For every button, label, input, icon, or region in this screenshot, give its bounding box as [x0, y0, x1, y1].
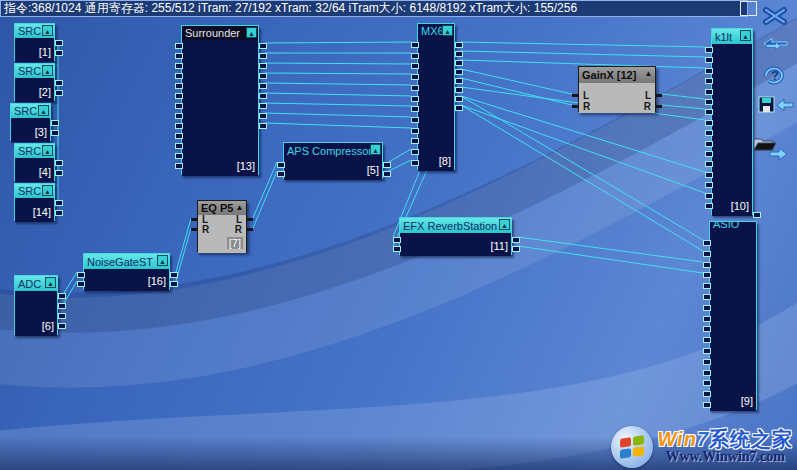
- block-body[interactable]: [712, 44, 752, 216]
- right-pin[interactable]: [259, 43, 267, 49]
- collapse-button[interactable]: ▲: [42, 185, 53, 196]
- right-pin[interactable]: [55, 80, 63, 86]
- block-eq-p5[interactable]: EQ P5▲[7]LRLR: [197, 200, 247, 252]
- help-icon[interactable]: ?: [762, 64, 790, 90]
- right-pin[interactable]: [259, 83, 267, 89]
- block-titlebar[interactable]: GainX [12]▲: [579, 67, 655, 83]
- block-titlebar[interactable]: k1lt▲: [712, 29, 752, 44]
- right-pin[interactable]: [55, 40, 63, 46]
- left-pin[interactable]: [191, 228, 197, 231]
- right-pin[interactable]: [51, 130, 59, 136]
- left-pin[interactable]: [175, 43, 183, 49]
- right-pin[interactable]: [455, 42, 463, 48]
- right-pin[interactable]: [455, 51, 463, 57]
- left-pin[interactable]: [705, 57, 713, 63]
- block-titlebar[interactable]: SRC▲: [15, 184, 54, 198]
- left-pin[interactable]: [703, 272, 711, 278]
- left-pin[interactable]: [703, 305, 711, 311]
- left-pin[interactable]: [705, 68, 713, 74]
- left-pin[interactable]: [705, 151, 713, 157]
- right-pin[interactable]: [259, 63, 267, 69]
- block-titlebar[interactable]: APS Compressor▲: [284, 143, 382, 158]
- left-pin[interactable]: [77, 272, 85, 278]
- block-aps-compressor[interactable]: APS Compressor▲[5]: [283, 142, 383, 179]
- left-pin[interactable]: [705, 89, 713, 95]
- left-pin[interactable]: [411, 128, 419, 134]
- left-pin[interactable]: [411, 63, 419, 69]
- left-pin[interactable]: [572, 105, 578, 108]
- block-titlebar[interactable]: SRC▲: [11, 104, 50, 118]
- right-pin[interactable]: [247, 228, 253, 231]
- left-pin[interactable]: [705, 203, 713, 209]
- collapse-button[interactable]: ▲: [499, 219, 510, 230]
- left-pin[interactable]: [77, 281, 85, 287]
- right-pin[interactable]: [55, 200, 63, 206]
- left-pin[interactable]: [703, 402, 711, 408]
- left-pin[interactable]: [411, 85, 419, 91]
- block-titlebar[interactable]: MX6▲: [418, 24, 454, 38]
- block-mx6[interactable]: MX6▲[8]: [417, 23, 455, 170]
- left-pin[interactable]: [175, 123, 183, 129]
- block-titlebar[interactable]: EQ P5▲: [198, 201, 246, 215]
- right-pin[interactable]: [58, 303, 66, 309]
- left-pin[interactable]: [703, 316, 711, 322]
- left-pin[interactable]: [411, 106, 419, 112]
- right-pin[interactable]: [753, 212, 761, 218]
- right-pin[interactable]: [455, 69, 463, 75]
- right-pin[interactable]: [455, 105, 463, 111]
- left-pin[interactable]: [411, 74, 419, 80]
- right-pin[interactable]: [247, 218, 253, 221]
- left-pin[interactable]: [703, 348, 711, 354]
- right-pin[interactable]: [455, 96, 463, 102]
- right-pin[interactable]: [656, 105, 662, 108]
- left-pin[interactable]: [572, 94, 578, 97]
- block-k1lt[interactable]: k1lt▲[10]: [711, 28, 753, 215]
- left-pin[interactable]: [175, 153, 183, 159]
- collapse-button[interactable]: ▲: [45, 277, 56, 288]
- collapse-button[interactable]: ▲: [442, 25, 453, 36]
- left-pin[interactable]: [703, 391, 711, 397]
- left-pin[interactable]: [705, 120, 713, 126]
- block-noisegatest[interactable]: NoiseGateST▲[16]: [83, 253, 170, 290]
- left-pin[interactable]: [175, 133, 183, 139]
- right-pin[interactable]: [170, 272, 178, 278]
- collapse-button[interactable]: ▲: [370, 144, 381, 155]
- block-src-14[interactable]: SRC▲[14]: [14, 183, 55, 221]
- right-pin[interactable]: [55, 210, 63, 216]
- left-pin[interactable]: [703, 240, 711, 246]
- close-icon[interactable]: [760, 6, 790, 30]
- left-pin[interactable]: [411, 42, 419, 48]
- left-pin[interactable]: [411, 117, 419, 123]
- left-pin[interactable]: [705, 182, 713, 188]
- right-pin[interactable]: [455, 87, 463, 93]
- right-pin[interactable]: [383, 162, 391, 168]
- left-pin[interactable]: [703, 283, 711, 289]
- block-body[interactable]: [182, 40, 258, 176]
- left-pin[interactable]: [411, 138, 419, 144]
- collapse-button[interactable]: ▲: [42, 145, 53, 156]
- left-pin[interactable]: [393, 237, 401, 243]
- left-pin[interactable]: [175, 53, 183, 59]
- swap-arrows-icon[interactable]: [759, 36, 791, 60]
- block-titlebar[interactable]: ADC▲: [15, 276, 57, 291]
- collapse-button[interactable]: ▲: [42, 25, 53, 36]
- left-pin[interactable]: [175, 113, 183, 119]
- right-pin[interactable]: [58, 293, 66, 299]
- collapse-button[interactable]: ▲: [643, 68, 654, 79]
- left-pin[interactable]: [703, 380, 711, 386]
- right-pin[interactable]: [55, 170, 63, 176]
- left-pin[interactable]: [705, 172, 713, 178]
- block-body[interactable]: [710, 234, 756, 411]
- left-pin[interactable]: [411, 149, 419, 155]
- block-titlebar[interactable]: Surrounder▲: [182, 26, 258, 40]
- block-efx-reverbstation[interactable]: EFX ReverbStation▲[11]: [399, 217, 512, 255]
- left-pin[interactable]: [277, 171, 285, 177]
- left-pin[interactable]: [703, 337, 711, 343]
- right-pin[interactable]: [259, 53, 267, 59]
- right-pin[interactable]: [383, 171, 391, 177]
- left-pin[interactable]: [277, 162, 285, 168]
- left-pin[interactable]: [175, 83, 183, 89]
- block-src-4[interactable]: SRC▲[4]: [14, 143, 55, 181]
- left-pin[interactable]: [703, 262, 711, 268]
- right-pin[interactable]: [656, 94, 662, 97]
